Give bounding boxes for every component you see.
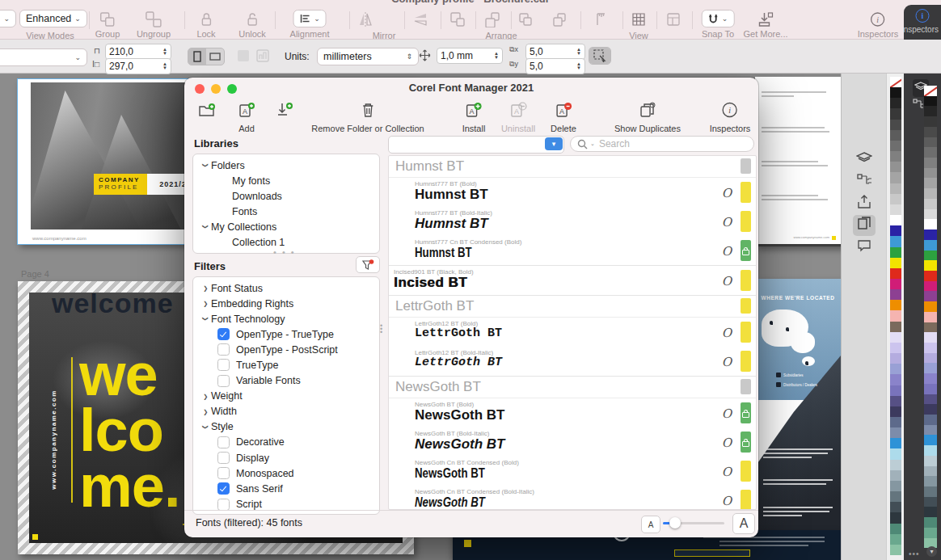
color-swatch[interactable] [890, 406, 901, 417]
chevron-down-icon[interactable] [200, 162, 211, 169]
filter-checkbox-row[interactable]: OpenType - TrueType [193, 326, 379, 342]
color-swatch[interactable] [890, 300, 901, 310]
font-family-header[interactable]: Humnst BT [389, 156, 756, 178]
filter-group[interactable]: Embedding Rights [193, 296, 379, 311]
filter-checkbox-row[interactable]: TrueType [193, 357, 379, 373]
color-swatch[interactable] [924, 322, 937, 333]
checkbox[interactable] [217, 499, 230, 511]
color-swatch[interactable] [924, 188, 937, 199]
color-swatch[interactable] [924, 209, 937, 220]
color-swatch[interactable] [924, 507, 937, 517]
inspectors-tab[interactable]: i Inspectors [904, 5, 941, 40]
search-input[interactable] [597, 137, 747, 150]
color-swatch[interactable] [890, 470, 901, 481]
color-swatch[interactable] [890, 87, 901, 98]
grid-icon[interactable] [631, 11, 647, 27]
guidelines-icon[interactable] [595, 11, 611, 27]
color-swatch[interactable] [924, 240, 937, 251]
color-swatch[interactable] [890, 194, 901, 204]
color-swatch[interactable] [924, 312, 937, 322]
lock-button[interactable]: Lock [196, 11, 215, 39]
color-swatch[interactable] [924, 260, 937, 271]
color-swatch[interactable] [924, 497, 937, 507]
font-row[interactable]: LettrGoth12 BT (Bold-Italic)LettrGoth BT… [389, 347, 756, 377]
font-row[interactable]: NewsGoth BT (Bold-Italic)NewsGoth BTO [389, 427, 756, 457]
color-swatch[interactable] [890, 374, 901, 385]
library-item[interactable]: Downloads [193, 188, 379, 204]
color-swatch[interactable] [924, 476, 937, 486]
font-row[interactable]: Humnst777 Cn BT Condensed (Bold)Humnst B… [389, 236, 756, 266]
pages-icon[interactable] [853, 215, 876, 236]
color-swatch[interactable] [890, 130, 901, 141]
color-swatch[interactable] [924, 199, 937, 209]
forward-one-icon[interactable] [517, 11, 534, 27]
color-swatch[interactable] [890, 268, 901, 279]
color-swatch[interactable] [890, 108, 901, 119]
page-layout-icon[interactable] [665, 11, 681, 27]
color-swatch[interactable] [890, 385, 901, 396]
color-swatch[interactable] [924, 127, 937, 137]
color-swatch[interactable] [890, 524, 901, 534]
color-swatch[interactable] [924, 404, 937, 415]
color-swatch[interactable] [924, 219, 937, 229]
color-swatch[interactable] [890, 215, 901, 225]
color-swatch[interactable] [890, 279, 901, 289]
font-row[interactable]: Humnst777 BT (Bold)Humnst BTO [389, 178, 756, 207]
color-swatch[interactable] [924, 271, 937, 281]
document-text-page[interactable]: www.companyname.com [755, 77, 843, 246]
color-swatch[interactable] [924, 332, 937, 343]
color-swatch[interactable] [924, 106, 937, 116]
font-row[interactable]: NewsGoth Cn BT Condensed (Bold)NewsGoth … [389, 457, 756, 486]
color-swatch[interactable] [890, 289, 901, 300]
no-color-swatch[interactable] [890, 77, 901, 87]
color-swatch[interactable] [890, 172, 901, 183]
export-icon[interactable] [857, 195, 871, 213]
remove-folder-button[interactable]: Remove Folder or Collection [311, 102, 424, 133]
search-field[interactable]: ⌄ [570, 136, 754, 152]
chevron-right-icon[interactable] [200, 284, 211, 292]
checkbox[interactable] [217, 343, 230, 356]
chevron-down-icon[interactable] [200, 423, 211, 431]
duplicate-x-field[interactable]: 5,0▲▼ [525, 44, 585, 60]
color-swatch[interactable] [924, 425, 937, 436]
get-more-button[interactable]: Get More... [743, 11, 787, 39]
color-swatch[interactable] [924, 363, 937, 373]
color-swatch[interactable] [890, 534, 901, 545]
color-swatch[interactable] [924, 229, 937, 240]
filter-checkbox-row[interactable]: OpenType - PostScript [193, 342, 379, 357]
color-swatch[interactable] [890, 183, 901, 194]
nudge-field[interactable]: 1,0 mm▲▼ [437, 48, 503, 64]
fm-inspectors-button[interactable]: i Inspectors [710, 102, 751, 133]
color-swatch[interactable] [890, 491, 901, 502]
chevron-down-icon[interactable] [200, 223, 211, 230]
page-width-field[interactable]: 210,0▲▼ [105, 44, 171, 60]
mirror-vertical-icon[interactable] [412, 11, 428, 27]
color-swatch[interactable] [890, 512, 901, 523]
palette-more-dots[interactable]: ••• [909, 549, 920, 558]
color-swatch[interactable] [924, 466, 937, 477]
chevron-right-icon[interactable] [200, 408, 211, 415]
checkbox[interactable] [217, 436, 230, 448]
color-swatch[interactable] [890, 236, 901, 246]
checkbox[interactable] [217, 467, 230, 479]
treat-as-filled-button[interactable] [589, 47, 611, 65]
color-swatch[interactable] [924, 96, 937, 107]
duplicate-y-field[interactable]: 5,0▲▼ [525, 58, 585, 74]
color-swatch[interactable] [890, 310, 901, 321]
checkbox-checked[interactable] [217, 482, 230, 495]
color-swatch[interactable] [924, 384, 937, 394]
color-swatch[interactable] [890, 460, 901, 470]
unlock-button[interactable]: Unlock [238, 11, 266, 39]
chevron-down-icon[interactable] [200, 315, 211, 322]
color-swatch[interactable] [924, 445, 937, 456]
snap-to-dropdown[interactable]: ⌄ Snap To [702, 10, 735, 39]
chevron-right-icon[interactable] [200, 300, 211, 307]
color-swatch[interactable] [890, 322, 901, 332]
add-font-button[interactable]: A Add [238, 102, 255, 133]
minimize-button[interactable] [211, 84, 221, 94]
font-row[interactable]: Humnst777 BT (Bold-Italic)Humnst BTO [389, 207, 756, 236]
color-swatch[interactable] [924, 343, 937, 353]
color-swatch[interactable] [924, 158, 937, 168]
color-swatch[interactable] [924, 528, 937, 538]
color-swatch[interactable] [890, 204, 901, 215]
